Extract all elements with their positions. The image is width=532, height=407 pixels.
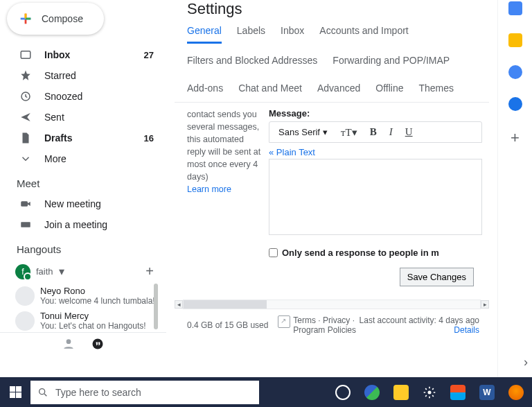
clock-icon bbox=[19, 90, 32, 103]
scrollbar[interactable] bbox=[154, 284, 158, 329]
tab-accounts[interactable]: Accounts and Import bbox=[319, 25, 408, 44]
store-icon[interactable] bbox=[450, 385, 466, 400]
collapse-panel-button[interactable]: › bbox=[524, 355, 528, 370]
plus-icon bbox=[18, 11, 33, 26]
meet-heading: Meet bbox=[0, 169, 166, 193]
tasks-icon[interactable] bbox=[508, 65, 522, 79]
sidebar-item-drafts[interactable]: Drafts 16 bbox=[0, 128, 166, 148]
keep-icon[interactable] bbox=[508, 33, 522, 47]
chat-item[interactable]: Neyo RonoYou: welcome 4 lunch tumbala! bbox=[0, 284, 166, 309]
avatar bbox=[15, 311, 35, 331]
svg-point-7 bbox=[428, 390, 432, 394]
svg-point-6 bbox=[39, 388, 45, 394]
sidebar-item-inbox[interactable]: Inbox 27 bbox=[0, 44, 166, 65]
keyboard-icon bbox=[19, 218, 32, 231]
search-icon bbox=[37, 387, 48, 398]
setting-help-text: contact sends you several messages, this… bbox=[187, 108, 263, 286]
chevron-down-icon bbox=[19, 153, 32, 165]
edge-icon[interactable] bbox=[364, 385, 380, 400]
details-link[interactable]: Details bbox=[454, 325, 479, 335]
svg-rect-2 bbox=[21, 201, 28, 207]
message-editor[interactable] bbox=[269, 159, 482, 235]
hangouts-user[interactable]: f faith ▾ + bbox=[0, 259, 166, 284]
sidebar-item-sent[interactable]: Sent bbox=[0, 107, 166, 128]
checkbox-input[interactable] bbox=[269, 248, 278, 257]
caret-down-icon: ▾ bbox=[59, 265, 64, 278]
plain-text-link[interactable]: « Plain Text bbox=[269, 147, 482, 157]
cortana-icon[interactable] bbox=[335, 385, 351, 400]
firefox-icon[interactable] bbox=[508, 385, 524, 400]
meet-new[interactable]: New meeting bbox=[0, 193, 166, 214]
format-toolbar: Sans Serif ▾ тT▾ B I U bbox=[269, 121, 482, 143]
add-addon-button[interactable]: + bbox=[511, 129, 520, 147]
learn-more-link[interactable]: Learn more bbox=[187, 184, 231, 194]
external-link-icon[interactable] bbox=[278, 315, 290, 328]
tab-forwarding[interactable]: Forwarding and POP/IMAP bbox=[332, 55, 450, 71]
save-changes-button[interactable]: Save Changes bbox=[400, 268, 474, 286]
page-title: Settings bbox=[187, 0, 489, 18]
footer: 0.4 GB of 15 GB used Terms · Privacy · P… bbox=[175, 310, 489, 335]
underline-button[interactable]: U bbox=[402, 126, 416, 138]
scroll-right-icon[interactable]: ▸ bbox=[481, 300, 489, 309]
sidebar-item-starred[interactable]: Starred bbox=[0, 65, 166, 86]
tab-general[interactable]: General bbox=[187, 25, 222, 44]
storage-text: 0.4 GB of 15 GB used bbox=[187, 320, 268, 330]
hangouts-icon[interactable] bbox=[91, 337, 105, 351]
sidebar-item-more[interactable]: More bbox=[0, 148, 166, 169]
settings-tabs: General Labels Inbox Accounts and Import… bbox=[175, 25, 489, 103]
program-policies-link[interactable]: Program Policies bbox=[293, 325, 356, 335]
compose-label: Compose bbox=[42, 13, 83, 24]
svg-rect-3 bbox=[21, 222, 30, 227]
activity-text: Last account activity: 4 days ago bbox=[360, 315, 479, 325]
compose-button[interactable]: Compose bbox=[7, 3, 104, 35]
tab-offline[interactable]: Offline bbox=[375, 83, 403, 99]
add-chat-button[interactable]: + bbox=[145, 263, 154, 279]
privacy-link[interactable]: Privacy bbox=[323, 315, 350, 325]
calendar-icon[interactable] bbox=[508, 1, 522, 15]
tab-addons[interactable]: Add-ons bbox=[187, 83, 223, 99]
scroll-left-icon[interactable]: ◂ bbox=[175, 300, 183, 309]
inbox-icon bbox=[19, 49, 32, 61]
explorer-icon[interactable] bbox=[393, 385, 409, 400]
horizontal-scrollbar[interactable]: ◂ ▸ bbox=[175, 299, 489, 310]
settings-main: Settings General Labels Inbox Accounts a… bbox=[166, 0, 497, 377]
taskbar-search[interactable]: Type here to search bbox=[30, 381, 259, 404]
chat-item[interactable]: Tonui MercyYou: Let's chat on Hangouts! bbox=[0, 309, 166, 332]
start-button[interactable] bbox=[0, 377, 30, 407]
person-icon[interactable] bbox=[62, 337, 76, 351]
terms-link[interactable]: Terms bbox=[293, 315, 316, 325]
tab-chat[interactable]: Chat and Meet bbox=[238, 83, 302, 99]
message-label: Message: bbox=[269, 108, 482, 119]
svg-point-4 bbox=[66, 339, 71, 344]
font-size-button[interactable]: тT▾ bbox=[338, 126, 360, 139]
avatar: f bbox=[15, 264, 30, 279]
bold-button[interactable]: B bbox=[367, 126, 380, 138]
side-panel: + bbox=[497, 0, 532, 377]
word-icon[interactable]: W bbox=[479, 385, 495, 400]
left-sidebar: Compose Inbox 27 Starred Snoozed Sent bbox=[0, 0, 166, 377]
tab-themes[interactable]: Themes bbox=[419, 83, 454, 99]
caret-down-icon: ▾ bbox=[323, 127, 328, 137]
font-family-select[interactable]: Sans Serif ▾ bbox=[275, 125, 331, 139]
tab-inbox[interactable]: Inbox bbox=[281, 25, 304, 44]
tab-advanced[interactable]: Advanced bbox=[317, 83, 360, 99]
avatar bbox=[15, 286, 35, 306]
sidebar-item-snoozed[interactable]: Snoozed bbox=[0, 86, 166, 107]
contacts-only-checkbox[interactable]: Only send a response to people in m bbox=[269, 248, 482, 258]
star-icon bbox=[19, 69, 32, 82]
svg-rect-0 bbox=[21, 51, 30, 59]
settings-icon[interactable] bbox=[423, 386, 436, 399]
hangouts-heading: Hangouts bbox=[0, 235, 166, 259]
send-icon bbox=[19, 111, 32, 123]
windows-taskbar: Type here to search W bbox=[0, 377, 532, 407]
camera-icon bbox=[19, 198, 32, 210]
chats-list: Neyo RonoYou: welcome 4 lunch tumbala! T… bbox=[0, 284, 166, 332]
tab-filters[interactable]: Filters and Blocked Addresses bbox=[187, 55, 317, 71]
tab-labels[interactable]: Labels bbox=[237, 25, 265, 44]
contacts-icon[interactable] bbox=[508, 97, 522, 111]
meet-join[interactable]: Join a meeting bbox=[0, 214, 166, 235]
italic-button[interactable]: I bbox=[387, 126, 396, 138]
file-icon bbox=[19, 132, 32, 144]
